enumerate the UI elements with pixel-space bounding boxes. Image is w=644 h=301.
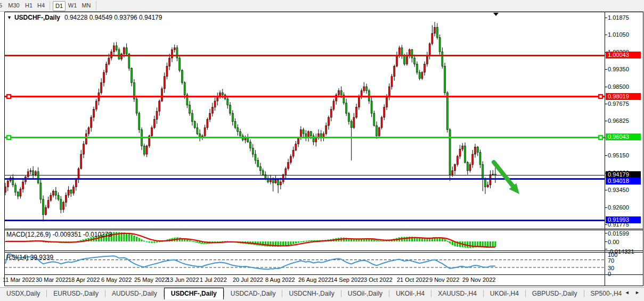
rsi-bottom-border	[4, 274, 643, 275]
date-label: 3 Oct 2022	[364, 277, 393, 283]
price-tick-label: 0.97675	[608, 101, 629, 107]
symbol-tab-eurusd-daily[interactable]: EURUSD-,Daily	[47, 288, 105, 300]
date-label: 30 Mar 2022	[36, 277, 69, 283]
price-tick-label: 1.01050	[608, 31, 629, 38]
price-tick-mark	[605, 18, 607, 18]
rsi-panel-top-border	[4, 252, 643, 253]
symbol-tab-gbpusd-daily[interactable]: GBPUSD-,Daily	[526, 288, 584, 300]
timeframe-button-m30[interactable]: M30	[6, 1, 21, 10]
symbol-tabbar: USDX,DailyEURUSD-,DailyAUDUSD-,DailyUSDC…	[0, 287, 644, 300]
rsi-panel	[5, 254, 605, 270]
hline-handle[interactable]	[7, 136, 11, 139]
symbol-tab-xauusd-h4[interactable]: XAUUSD-,H4	[431, 288, 483, 300]
timeframe-button-d1[interactable]: D1	[53, 1, 66, 11]
macd-indicator-label: MACD(12,26,9) -0.009351 -0.010273	[6, 231, 112, 238]
macd-tick-mark	[605, 233, 607, 233]
price-tick-mark	[605, 155, 607, 156]
macd-panel-top-border	[4, 230, 643, 230]
price-tick-mark	[605, 207, 607, 208]
macd-axis-label: 0.01599	[608, 230, 629, 237]
date-label: 21 Oct 2022	[397, 277, 429, 283]
macd-tick-mark	[605, 249, 607, 249]
date-label: 6 May 2022	[101, 277, 132, 283]
symbol-tab-usdcad-daily[interactable]: USDCAD-,Daily	[224, 288, 282, 300]
timeframe-button-mn[interactable]: MN	[80, 1, 93, 10]
date-label: 8 Aug 2022	[265, 277, 295, 283]
hline-handle[interactable]	[599, 136, 602, 139]
price-tick-label: 0.96825	[608, 118, 629, 124]
price-tick-mark	[605, 35, 607, 35]
date-label: 25 May 2022	[134, 277, 168, 283]
price-tick-mark	[605, 87, 607, 87]
price-tick-label: 0.98500	[608, 83, 629, 90]
symbol-tab-usoil-daily[interactable]: USOil-,Daily	[341, 288, 389, 300]
mt4-terminal: { "toolbar": { "timeframes": ["5", "M30"…	[0, 0, 644, 301]
macd-axis-label: 0.00	[608, 239, 619, 245]
symbol-tab-usdcnh-daily[interactable]: USDCNH-,Daily	[282, 288, 340, 300]
date-label: 26 Aug 2022	[298, 277, 331, 283]
timeframe-button-h4[interactable]: H4	[36, 1, 46, 10]
date-label: 14 Sep 2022	[331, 277, 364, 283]
rsi-axis-label: 70	[608, 257, 614, 264]
price-tick-mark	[605, 121, 607, 121]
price-tick-mark	[605, 104, 607, 104]
timeframe-button-w1[interactable]: W1	[67, 1, 78, 10]
price-tick-label: 1.01875	[608, 14, 629, 21]
toolbar-separator	[96, 1, 96, 10]
price-level-label-0.94018: 0.94018	[606, 178, 641, 185]
price-tick-label: 0.92600	[608, 204, 629, 211]
price-axis-divider	[605, 12, 605, 286]
price-tick-mark	[605, 69, 607, 70]
date-label: 20 Jul 2022	[233, 277, 263, 283]
date-label: 13 Jun 2022	[167, 277, 199, 283]
date-label: 29 Nov 2022	[462, 277, 495, 283]
timeframe-toolbar: 5M30H1H4D1W1MN	[0, 0, 644, 12]
price-tick-label: 0.95150	[608, 152, 629, 159]
price-tick-label: 0.93450	[608, 187, 629, 194]
price-level-label-1.00043: 1.00043	[606, 52, 641, 58]
price-tick-mark	[605, 224, 607, 225]
price-tick-mark	[605, 190, 607, 190]
hline-handle[interactable]	[7, 95, 11, 98]
date-label: 18 Apr 2022	[68, 277, 100, 283]
symbol-tab-ukoil-h4[interactable]: UKOil-,H4	[389, 288, 431, 300]
macd-rsi-separator[interactable]	[4, 250, 643, 251]
timeframe-button-5[interactable]: 5	[0, 1, 4, 10]
rsi-line	[5, 254, 495, 270]
date-label: 1 Jul 2022	[200, 277, 227, 283]
price-level-label-0.98019: 0.98019	[606, 93, 641, 100]
chart-shift-marker-icon	[493, 13, 499, 16]
main-macd-separator[interactable]	[4, 229, 643, 229]
rsi-axis-label: 0	[608, 271, 611, 277]
hline-handle[interactable]	[599, 95, 602, 98]
symbol-tab-ukoil-h4[interactable]: UKOil-,H4	[484, 288, 525, 300]
macd-tick-mark	[605, 241, 607, 242]
rsi-indicator-label: RSI(14) 39.9339	[6, 254, 53, 261]
date-label: 11 Mar 2022	[3, 277, 35, 283]
horizontal-level-lines	[5, 56, 605, 221]
symbol-tab-sp500-h4[interactable]: SP500-,H4	[584, 288, 629, 300]
price-level-label-0.96043: 0.96043	[606, 133, 641, 140]
price-tick-label: 0.99350	[608, 66, 629, 73]
timeframe-button-h1[interactable]: H1	[23, 1, 34, 10]
date-label: 9 Nov 2022	[429, 277, 459, 283]
price-level-label-0.91993: 0.91993	[606, 216, 641, 223]
symbol-tab-usdx-daily[interactable]: USDX,Daily	[0, 288, 46, 300]
tab-scroll-arrows[interactable]: ◄ ►	[625, 290, 642, 295]
toolbar-separator	[50, 1, 50, 10]
symbol-tab-audusd-daily[interactable]: AUDUSD-,Daily	[105, 288, 164, 300]
symbol-tab-usdchf-daily[interactable]: USDCHF-,Daily	[164, 288, 224, 300]
candlesticks	[5, 22, 496, 221]
